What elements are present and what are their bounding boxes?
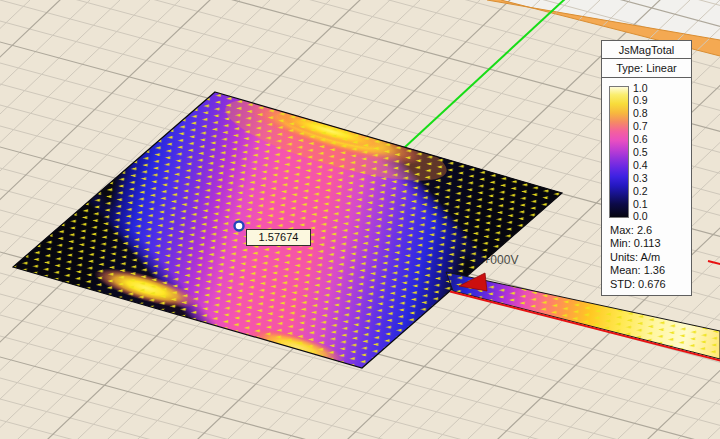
colorbar-tick: 0.4 (633, 159, 648, 171)
3d-modeler-viewport[interactable]: 2e+000V 1.57674 JsMagTotal Type: Linear … (0, 0, 720, 439)
legend-body: 1.0 0.9 0.8 0.7 0.6 0.5 0.4 0.3 0.2 0.1 … (601, 77, 692, 296)
stat-mean: Mean: 1.36 (610, 264, 666, 277)
colorbar-tick: 0.6 (633, 133, 648, 145)
colorbar-tick: 0.8 (633, 107, 648, 119)
stat-min: Min: 0.113 (610, 237, 666, 250)
colorbar-tick: 0.5 (633, 146, 648, 158)
legend-title: JsMagTotal (601, 40, 692, 59)
colorbar-tick: 0.2 (633, 185, 648, 197)
stat-units: Units: A/m (610, 251, 666, 264)
legend-scale-type: Type: Linear (601, 58, 692, 78)
plot-legend-panel[interactable]: JsMagTotal Type: Linear 1.0 0.9 0.8 0.7 … (601, 40, 692, 296)
colorbar-tick: 0.1 (633, 198, 648, 210)
legend-stats: Max: 2.6 Min: 0.113 Units: A/m Mean: 1.3… (610, 224, 666, 291)
colorbar-tick: 0.9 (633, 94, 648, 106)
colorbar-tick: 1.0 (633, 82, 648, 94)
colorbar-tick: 0.3 (633, 172, 648, 184)
probe-marker[interactable] (235, 222, 244, 231)
colorbar-tick: 0.7 (633, 120, 648, 132)
stat-max: Max: 2.6 (610, 224, 666, 237)
colorbar (609, 86, 629, 218)
probe-value-label: 1.57674 (246, 229, 311, 246)
stat-std: STD: 0.676 (610, 278, 666, 291)
colorbar-tick: 0.0 (633, 210, 648, 222)
